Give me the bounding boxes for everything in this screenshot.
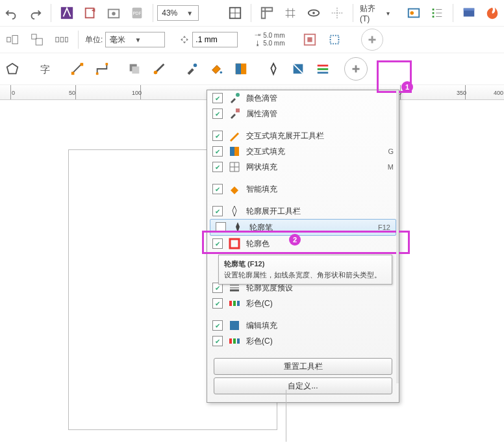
svg-rect-45 <box>229 301 232 306</box>
guidelines-icon[interactable] <box>327 2 347 24</box>
svg-point-32 <box>194 64 197 68</box>
toolbar-property: 单位: 毫米▼ ⭲ 5.0 mm ⭳ 5.0 mm <box>0 27 504 53</box>
reset-toolbar-button[interactable]: 重置工具栏 <box>214 358 392 375</box>
menu-item-color-c2[interactable]: ✔彩色(C) <box>207 333 399 349</box>
svg-rect-48 <box>230 321 239 330</box>
duplicate-offset: ⭲ 5.0 mm ⭳ 5.0 mm <box>255 32 284 47</box>
toolbox-row: 字 <box>0 53 504 85</box>
guide-line <box>286 390 286 442</box>
svg-point-33 <box>220 71 223 74</box>
toolbar-standard: PDF 43%▼ 贴齐(T)▾ <box>0 0 504 27</box>
svg-rect-14 <box>12 36 18 44</box>
svg-rect-37 <box>318 65 329 67</box>
tooltip-title: 轮廓笔 (F12) <box>224 259 386 269</box>
menu-item-color-c1[interactable]: ✔彩色(C) <box>207 296 399 311</box>
menu-item-mesh[interactable]: ✔网状填充M <box>207 159 399 175</box>
window-icon[interactable] <box>459 2 479 24</box>
svg-rect-28 <box>106 63 108 66</box>
dup-x-value: 5.0 mm <box>263 32 284 39</box>
rulers-icon[interactable] <box>257 2 277 24</box>
grid-icon[interactable] <box>280 2 301 24</box>
options-icon[interactable] <box>403 2 424 24</box>
connector-tool-icon[interactable] <box>91 58 113 80</box>
menu-item-attr-eyedrop[interactable]: ✔属性滴管 <box>207 106 399 121</box>
align-label[interactable]: 贴齐(T) <box>360 3 384 23</box>
svg-point-8 <box>312 12 315 14</box>
paintbucket-tool-icon[interactable] <box>205 58 227 80</box>
svg-point-3 <box>112 12 116 16</box>
svg-rect-43 <box>230 147 234 156</box>
checklist-icon[interactable] <box>427 2 447 24</box>
svg-rect-41 <box>236 108 240 112</box>
treat-as-filled-icon[interactable] <box>299 29 321 51</box>
svg-rect-35 <box>236 64 241 75</box>
svg-rect-1 <box>86 8 94 18</box>
distribute-icon[interactable] <box>51 29 73 51</box>
unit-label: 单位: <box>85 34 103 45</box>
customize-button[interactable]: 自定义... <box>214 377 392 394</box>
nudge-input[interactable] <box>192 32 238 47</box>
dropshadow-tool-icon[interactable] <box>123 58 145 80</box>
menu-item-color-eyedrop[interactable]: ✔颜色滴管 <box>207 90 399 106</box>
eye-icon[interactable] <box>303 2 324 24</box>
svg-rect-12 <box>464 8 475 11</box>
svg-rect-13 <box>7 37 11 42</box>
dimension-tool-icon[interactable] <box>66 58 88 80</box>
svg-rect-50 <box>233 338 236 344</box>
annotation-box-2 <box>202 231 410 254</box>
tooltip-body: 设置轮廓属性，如线条宽度、角形状和箭头类型。 <box>224 270 386 280</box>
svg-rect-22 <box>331 36 339 44</box>
outline-pen-icon[interactable] <box>262 58 284 80</box>
toolbox-expand-button[interactable] <box>344 57 368 81</box>
svg-point-40 <box>236 93 240 97</box>
interactive-fill-icon[interactable] <box>230 58 252 80</box>
nudge-icon <box>178 29 191 51</box>
svg-rect-39 <box>318 72 329 74</box>
zoom-dropdown[interactable]: 43%▼ <box>157 5 199 21</box>
svg-marker-23 <box>7 64 18 74</box>
menu-scrollbar[interactable] <box>396 91 399 383</box>
svg-text:字: 字 <box>40 64 50 75</box>
undo-icon[interactable] <box>1 2 22 24</box>
unit-value: 毫米 <box>106 34 129 45</box>
color-slider-icon[interactable] <box>312 58 334 80</box>
menu-item-edit-fill[interactable]: ✔编辑填充 <box>207 318 399 333</box>
zoom-value: 43% <box>158 8 181 18</box>
svg-rect-26 <box>81 63 84 66</box>
redo-icon[interactable] <box>25 2 45 24</box>
svg-rect-25 <box>71 72 75 75</box>
align-to-page-icon[interactable] <box>26 29 48 51</box>
add-button[interactable] <box>361 29 383 51</box>
svg-rect-27 <box>96 73 99 75</box>
eyedropper-tool-icon[interactable] <box>181 58 203 80</box>
svg-rect-38 <box>318 68 329 70</box>
annotation-badge-2: 2 <box>289 234 301 246</box>
svg-rect-17 <box>56 37 59 42</box>
svg-point-10 <box>410 11 414 15</box>
align-objects-icon[interactable] <box>1 29 23 51</box>
pdf-icon[interactable]: PDF <box>127 2 147 24</box>
svg-text:PDF: PDF <box>133 11 142 16</box>
crop-marquee-icon[interactable] <box>323 29 346 51</box>
menu-item-ifill-expand[interactable]: ✔交互式填充展开工具栏 <box>207 128 399 144</box>
text-tool-icon[interactable]: 字 <box>34 58 56 80</box>
fire-icon[interactable] <box>482 2 503 24</box>
svg-rect-46 <box>233 301 236 306</box>
tooltip: 轮廓笔 (F12) 设置轮廓属性，如线条宽度、角形状和箭头类型。 <box>218 255 392 285</box>
publish-icon[interactable] <box>103 2 124 24</box>
menu-item-ifill[interactable]: ✔交互式填充G <box>207 144 399 159</box>
menu-item-smartfill[interactable]: ✔智能填充 <box>207 181 399 197</box>
svg-rect-47 <box>237 301 240 306</box>
snap-boundaries-icon[interactable] <box>225 2 246 24</box>
fill-props-icon[interactable] <box>287 58 309 80</box>
export-icon[interactable] <box>80 2 101 24</box>
app-icon[interactable] <box>57 2 77 24</box>
transparency-tool-icon[interactable] <box>148 58 170 80</box>
svg-rect-16 <box>36 38 42 45</box>
svg-rect-19 <box>66 37 68 42</box>
dup-y-value: 5.0 mm <box>263 40 284 47</box>
svg-rect-51 <box>237 338 240 344</box>
polygon-tool-icon[interactable] <box>1 58 23 80</box>
unit-dropdown[interactable]: 毫米▼ <box>105 32 165 47</box>
menu-item-outline-expand[interactable]: ✔轮廓展开工具栏 <box>207 203 399 219</box>
